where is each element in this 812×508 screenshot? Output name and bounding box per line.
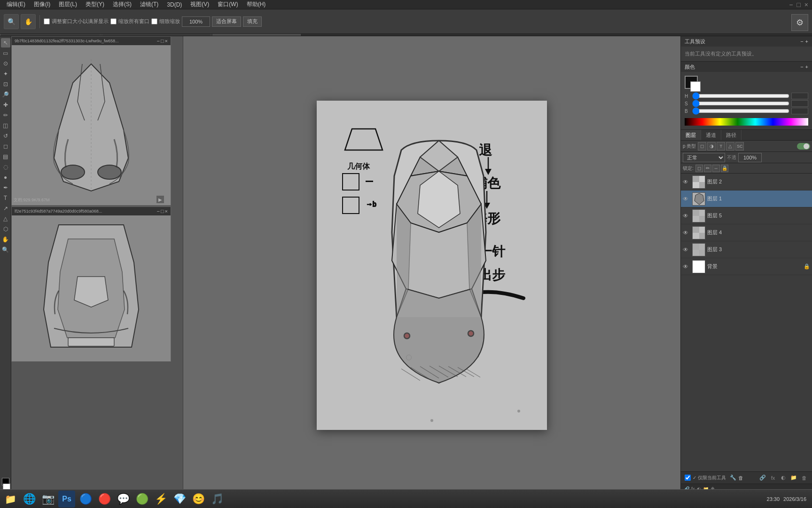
layer-style-btn[interactable]: fx (769, 474, 777, 482)
canvas-content[interactable]: 几何体 — →b 退 铺色 (317, 101, 547, 430)
saturation-input[interactable] (791, 100, 808, 107)
layer-3-visibility[interactable]: 👁 (683, 246, 690, 253)
taskbar-chat-icon[interactable]: 💬 (115, 491, 132, 508)
foreground-color-swatch[interactable] (685, 76, 698, 89)
mini-panel-1-scroll-btn[interactable]: ▶ (156, 196, 164, 203)
taskbar-browser-icon[interactable]: 🌐 (21, 491, 38, 508)
layer-5-visibility[interactable]: 👁 (683, 213, 690, 219)
tool-lasso[interactable]: ⊙ (1, 59, 10, 68)
tool-icon-1[interactable]: 🔍 (4, 14, 19, 29)
tool-preset-collapse[interactable]: − (800, 39, 803, 44)
taskbar-user-icon[interactable]: 😊 (190, 491, 207, 508)
taskbar-ie-icon[interactable]: 🔵 (77, 491, 94, 508)
scrubby-zoom-label[interactable]: 细致缩放 (151, 18, 180, 25)
delete-layer-btn[interactable]: 🗑 (800, 474, 808, 482)
layer-item-bg[interactable]: 👁 背景 🔒 (681, 258, 812, 275)
tool-icon-2[interactable]: ✋ (21, 14, 36, 29)
layer-panel-icon-1[interactable]: 🔧 (730, 475, 736, 481)
tool-brush[interactable]: ✏ (1, 111, 10, 120)
tool-select-rect[interactable]: ▭ (1, 48, 10, 58)
tool-pen[interactable]: ✒ (1, 183, 10, 192)
tool-3d[interactable]: ⬡ (1, 224, 10, 234)
scrubby-zoom-checkbox[interactable] (151, 18, 157, 24)
layer-item-3[interactable]: 👁 图层 3 (681, 241, 812, 258)
layer-item-5[interactable]: 👁 图层 5 (681, 207, 812, 224)
menu-layer[interactable]: 图层(L) (55, 0, 81, 9)
lock-paint-btn[interactable]: ✏ (704, 165, 711, 172)
mini-panel-1-titlebar[interactable]: 9b7f0c14838d01132fea2ff75331303c-Lwhw9u_… (12, 37, 171, 45)
tool-heal[interactable]: ✚ (1, 100, 10, 110)
menu-select[interactable]: 选择(S) (109, 0, 135, 9)
fit-window-checkbox[interactable] (44, 18, 50, 24)
background-color-swatch[interactable] (690, 81, 701, 92)
tab-layers[interactable]: 图层 (681, 130, 701, 140)
blend-mode-select[interactable]: 正常 溶解 叠加 (683, 153, 725, 162)
taskbar-antivirus-icon[interactable]: 🔴 (96, 491, 113, 508)
mini-panel-1-close[interactable]: × (165, 38, 168, 44)
menu-edit[interactable]: 编辑(E) (3, 0, 29, 9)
taskbar-ps-icon[interactable]: Ps (58, 491, 75, 508)
tool-move[interactable]: ↖ (1, 38, 10, 48)
tool-hand[interactable]: ✋ (1, 235, 10, 244)
filter-text-btn[interactable]: T (717, 142, 725, 151)
only-current-tool-checkbox[interactable] (685, 475, 691, 481)
tool-magic-wand[interactable]: ✦ (1, 69, 10, 79)
layer-item-4[interactable]: 👁 图层 4 (681, 224, 812, 241)
minimize-btn[interactable]: − (789, 1, 793, 8)
menu-help[interactable]: 帮助(H) (243, 0, 270, 9)
mini-panel-2-titlebar[interactable]: lf2e751c93f4d587a7749a20d0d0c9f580a068..… (12, 207, 171, 215)
tool-eraser[interactable]: ◻ (1, 142, 10, 151)
hue-input[interactable] (791, 93, 808, 99)
color-panel-collapse[interactable]: − (800, 64, 803, 70)
link-layers-btn[interactable]: 🔗 (758, 474, 767, 482)
taskbar-wechat-icon[interactable]: 🟢 (133, 491, 150, 508)
menu-type[interactable]: 类型(Y) (82, 0, 108, 9)
lock-all-btn[interactable]: 🔒 (721, 165, 728, 172)
tool-dodge[interactable]: ● (1, 173, 10, 182)
zoom-all-label[interactable]: 缩放所有窗口 (110, 18, 149, 25)
tool-text[interactable]: T (1, 193, 10, 203)
tool-preset-header[interactable]: 工具预设 − + (681, 36, 812, 47)
menu-filter[interactable]: 滤镜(T) (136, 0, 162, 9)
new-group-btn[interactable]: 📁 (789, 474, 798, 482)
lock-move-btn[interactable]: ↔ (712, 165, 720, 172)
tool-shape[interactable]: △ (1, 214, 10, 223)
taskbar-diamond-icon[interactable]: 💎 (171, 491, 188, 508)
layer-2-visibility[interactable]: 👁 (683, 179, 690, 185)
fit-window-label[interactable]: 调整窗口大小以满屏显示 (44, 18, 109, 25)
menu-view[interactable]: 视图(V) (187, 0, 213, 9)
close-btn[interactable]: × (804, 1, 808, 8)
mini-panel-1-restore[interactable]: □ (161, 38, 164, 44)
mini-panel-2-minimize[interactable]: − (156, 208, 159, 214)
tab-channels[interactable]: 通道 (701, 130, 721, 140)
mini-panel-2-restore[interactable]: □ (161, 208, 164, 214)
layer-item-2[interactable]: 👁 图层 2 (681, 174, 812, 190)
opacity-input[interactable] (738, 153, 762, 162)
taskbar-folder-icon[interactable]: 📁 (2, 491, 19, 508)
layer-panel-icon-2[interactable]: 🗑 (738, 475, 743, 481)
color-panel-header[interactable]: 颜色 − + (681, 62, 812, 72)
tool-preset-expand[interactable]: + (805, 39, 808, 44)
layer-1-visibility[interactable]: 👁 (683, 196, 690, 202)
tool-clone[interactable]: ◫ (1, 121, 10, 130)
color-panel-expand[interactable]: + (805, 64, 808, 70)
menu-3d[interactable]: 3D(D) (163, 0, 186, 9)
tool-blur[interactable]: ◌ (1, 162, 10, 172)
filter-toggle[interactable] (797, 143, 810, 150)
tool-history-brush[interactable]: ↺ (1, 131, 10, 141)
zoom-all-checkbox[interactable] (110, 18, 117, 24)
color-spectrum-bar[interactable] (685, 118, 808, 126)
menu-image[interactable]: 图像(I) (30, 0, 54, 9)
saturation-slider[interactable] (692, 101, 789, 106)
layer-mask-btn[interactable]: ◐ (779, 474, 788, 482)
mini-panel-1-minimize[interactable]: − (156, 38, 159, 44)
filter-adjust-btn[interactable]: ◑ (707, 142, 716, 151)
tool-zoom[interactable]: 🔍 (1, 245, 10, 254)
zoom-input[interactable] (182, 16, 210, 27)
tool-eyedropper[interactable]: 🔎 (1, 90, 10, 99)
tool-path-select[interactable]: ↗ (1, 204, 10, 213)
tool-gradient[interactable]: ▤ (1, 152, 10, 161)
mini-panel-2-close[interactable]: × (165, 208, 168, 214)
menu-window[interactable]: 窗口(W) (214, 0, 242, 9)
brightness-slider[interactable] (692, 108, 789, 114)
